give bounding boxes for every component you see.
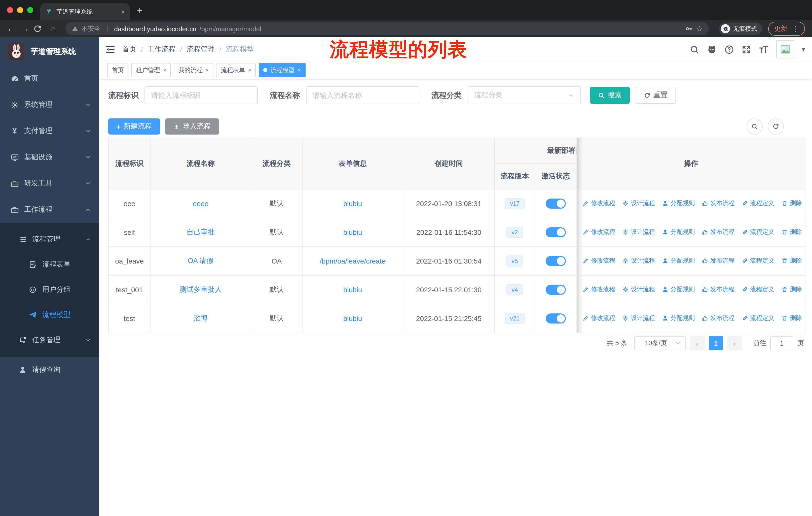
avatar[interactable] xyxy=(776,40,794,58)
action-delete[interactable]: 删除 xyxy=(781,285,802,294)
minimize-window-button[interactable] xyxy=(17,7,23,13)
action-assign-rule[interactable]: 分配规则 xyxy=(662,228,695,236)
action-assign-rule[interactable]: 分配规则 xyxy=(662,256,695,265)
active-toggle[interactable] xyxy=(546,256,566,266)
process-name-link[interactable]: 滔博 xyxy=(194,314,208,322)
action-publish-process[interactable]: 发布流程 xyxy=(702,228,734,236)
forward-button[interactable]: → xyxy=(19,25,31,33)
action-edit-process[interactable]: 修改流程 xyxy=(582,256,615,265)
active-toggle[interactable] xyxy=(546,314,566,324)
goto-page-input[interactable] xyxy=(770,336,793,350)
sidebar-item-task-management[interactable]: 任务管理 xyxy=(0,328,99,353)
process-name-link[interactable]: OA 请假 xyxy=(188,256,214,265)
search-toggle-button[interactable] xyxy=(747,118,763,135)
sidebar-item-leave-query[interactable]: 请假查询 xyxy=(0,357,99,383)
action-edit-process[interactable]: 修改流程 xyxy=(582,199,615,208)
zoom-window-button[interactable] xyxy=(27,7,33,13)
action-publish-process[interactable]: 发布流程 xyxy=(702,314,734,323)
process-name-link[interactable]: eeee xyxy=(193,199,208,208)
collapse-sidebar-icon[interactable] xyxy=(105,44,115,54)
process-id-input[interactable] xyxy=(144,86,258,104)
sidebar-item-system[interactable]: 系统管理 xyxy=(0,92,99,118)
search-icon[interactable] xyxy=(690,45,699,54)
action-process-definition[interactable]: 流程定义 xyxy=(742,256,774,265)
sidebar-item-home[interactable]: 首页 xyxy=(0,65,99,92)
action-edit-process[interactable]: 修改流程 xyxy=(582,314,615,323)
tag-tenant-management[interactable]: 租户管理 × xyxy=(132,63,171,77)
next-page-button[interactable]: › xyxy=(727,336,742,350)
action-publish-process[interactable]: 发布流程 xyxy=(702,256,734,265)
form-info-link[interactable]: biubiu xyxy=(343,228,362,236)
github-icon[interactable] xyxy=(707,44,717,54)
process-name-link[interactable]: 自己审批 xyxy=(186,228,215,236)
tag-home[interactable]: 首页 xyxy=(107,63,128,77)
sidebar-item-process-model[interactable]: 流程模型 xyxy=(0,302,99,328)
action-design-process[interactable]: 设计流程 xyxy=(622,228,655,236)
prev-page-button[interactable]: ‹ xyxy=(690,336,705,350)
sidebar-item-infrastructure[interactable]: 基础设施 xyxy=(0,144,99,170)
action-design-process[interactable]: 设计流程 xyxy=(622,285,655,294)
update-chrome-button[interactable]: 更新 ⋮ xyxy=(768,22,805,36)
tag-process-form[interactable]: 流程表单 × xyxy=(216,63,256,77)
action-process-definition[interactable]: 流程定义 xyxy=(742,314,774,323)
page-size-select[interactable]: 10条/页 xyxy=(634,336,686,350)
fullscreen-icon[interactable] xyxy=(742,45,751,54)
tag-process-model[interactable]: 流程模型 × xyxy=(259,63,306,77)
action-design-process[interactable]: 设计流程 xyxy=(622,256,655,265)
create-process-button[interactable]: + 新建流程 xyxy=(108,118,160,135)
action-process-definition[interactable]: 流程定义 xyxy=(742,285,774,294)
font-size-icon[interactable] xyxy=(759,44,769,54)
form-info-link[interactable]: biubiu xyxy=(343,315,362,323)
active-toggle[interactable] xyxy=(546,198,566,209)
process-name-input[interactable] xyxy=(306,86,419,104)
process-name-link[interactable]: 测试多审批人 xyxy=(179,285,222,293)
process-category-select[interactable]: 流程分类 xyxy=(468,86,581,104)
import-process-button[interactable]: 导入流程 xyxy=(165,118,219,135)
action-delete[interactable]: 删除 xyxy=(781,199,802,208)
action-assign-rule[interactable]: 分配规则 xyxy=(662,314,695,323)
action-delete[interactable]: 删除 xyxy=(781,314,802,323)
form-info-link[interactable]: /bpm/oa/leave/create xyxy=(320,257,386,265)
breadcrumb-process-management[interactable]: 流程管理 xyxy=(187,45,215,54)
sidebar-item-devtools[interactable]: 研发工具 xyxy=(0,170,99,196)
new-tab-button[interactable]: + xyxy=(137,5,142,15)
home-button[interactable]: ⌂ xyxy=(47,25,59,33)
refresh-button[interactable] xyxy=(768,118,784,135)
action-assign-rule[interactable]: 分配规则 xyxy=(662,199,695,208)
browser-menu-icon[interactable]: ⋮ xyxy=(792,25,799,33)
action-design-process[interactable]: 设计流程 xyxy=(622,199,655,208)
sidebar-item-process-management[interactable]: 流程管理 xyxy=(0,227,99,252)
action-design-process[interactable]: 设计流程 xyxy=(622,314,655,323)
bookmark-star-icon[interactable]: ☆ xyxy=(696,24,703,33)
form-info-link[interactable]: biubiu xyxy=(343,286,362,294)
tab-close-icon[interactable]: × xyxy=(121,8,125,16)
close-icon[interactable]: × xyxy=(298,67,301,73)
form-info-link[interactable]: biubiu xyxy=(343,199,362,208)
action-process-definition[interactable]: 流程定义 xyxy=(742,228,774,236)
sidebar-item-process-form[interactable]: 流程表单 xyxy=(0,252,99,277)
close-window-button[interactable] xyxy=(7,7,13,13)
page-number-current[interactable]: 1 xyxy=(709,336,723,350)
action-publish-process[interactable]: 发布流程 xyxy=(702,285,734,294)
action-publish-process[interactable]: 发布流程 xyxy=(702,199,734,208)
reload-button[interactable] xyxy=(33,24,45,33)
address-bar[interactable]: 不安全 | dashboard.yudao.iocoder.cn/bpm/man… xyxy=(65,22,709,35)
close-icon[interactable]: × xyxy=(206,67,209,73)
action-assign-rule[interactable]: 分配规则 xyxy=(662,285,695,294)
browser-tab[interactable]: 芋道管理系统 × xyxy=(40,3,130,20)
caret-down-icon[interactable]: ▾ xyxy=(802,46,805,53)
action-process-definition[interactable]: 流程定义 xyxy=(742,199,774,208)
password-key-icon[interactable] xyxy=(685,25,693,33)
action-delete[interactable]: 删除 xyxy=(781,228,802,236)
tag-my-process[interactable]: 我的流程 × xyxy=(174,63,213,77)
search-button[interactable]: 搜索 xyxy=(590,87,630,104)
breadcrumb-workflow[interactable]: 工作流程 xyxy=(147,45,176,54)
reset-button[interactable]: 重置 xyxy=(636,87,675,104)
sidebar-item-user-group[interactable]: 用户分组 xyxy=(0,277,99,302)
active-toggle[interactable] xyxy=(546,285,566,295)
help-icon[interactable] xyxy=(724,45,734,54)
active-toggle[interactable] xyxy=(546,227,566,237)
close-icon[interactable]: × xyxy=(163,67,166,73)
close-icon[interactable]: × xyxy=(248,67,252,73)
sidebar-item-workflow[interactable]: 工作流程 xyxy=(0,196,99,223)
